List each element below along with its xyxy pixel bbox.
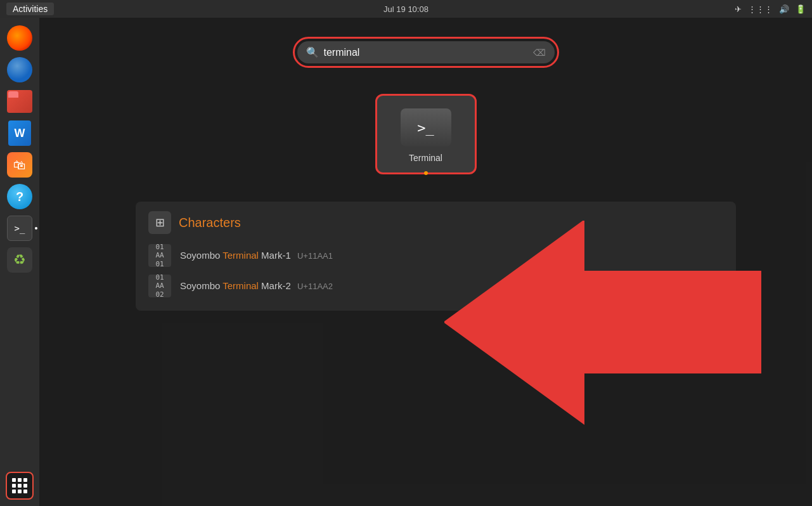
files-icon <box>7 90 32 113</box>
battery-icon: 🔋 <box>796 4 806 14</box>
search-input[interactable] <box>324 47 528 58</box>
sidebar-item-writer[interactable]: W <box>6 119 34 147</box>
trash-icon: ♻ <box>7 247 32 273</box>
sidebar-item-terminal[interactable]: >_ <box>6 214 34 242</box>
sidebar-item-appstore[interactable]: 🛍 <box>6 151 34 179</box>
search-bar: 🔍 ⌫ <box>297 41 555 63</box>
char-code-2: U+11AA2 <box>297 282 333 291</box>
sidebar-item-help[interactable]: ? <box>6 183 34 211</box>
grid-dots-icon <box>12 478 27 493</box>
thunderbird-icon <box>7 57 32 82</box>
char-preview-1: 01AA01 <box>148 244 171 267</box>
characters-title: Characters <box>179 216 241 230</box>
main-content: 🔍 ⌫ >_ Terminal ⊞ Characters 01AA01 Soyo… <box>39 18 812 506</box>
terminal-app-label: Terminal <box>409 153 442 163</box>
topbar: Activities Jul 19 10:08 ✈ ⋮⋮⋮ 🔊 🔋 <box>0 0 812 18</box>
characters-app-icon: ⊞ <box>148 211 171 234</box>
search-container: 🔍 ⌫ <box>293 37 559 68</box>
char-code-1: U+11AA1 <box>297 251 333 261</box>
help-icon: ? <box>7 184 32 209</box>
volume-icon: 🔊 <box>779 4 789 14</box>
char-item-2[interactable]: 01AA02 Soyombo Terminal Mark-2 U+11AA2 <box>148 271 723 301</box>
search-clear-button[interactable]: ⌫ <box>533 48 546 58</box>
topbar-status-icons: ✈ ⋮⋮⋮ 🔊 🔋 <box>735 4 806 14</box>
sidebar-item-firefox[interactable] <box>6 24 34 52</box>
show-applications-button[interactable] <box>6 472 34 500</box>
terminal-dock-icon: >_ <box>7 216 32 241</box>
activities-label: Activities <box>13 4 48 14</box>
firefox-icon <box>7 25 32 51</box>
terminal-active-dot <box>424 171 428 175</box>
airplane-icon: ✈ <box>735 4 742 14</box>
sidebar-item-files[interactable] <box>6 88 34 115</box>
search-icon: 🔍 <box>306 46 319 58</box>
sidebar-item-thunderbird[interactable] <box>6 56 34 84</box>
writer-icon: W <box>8 120 31 146</box>
char-preview-2: 01AA02 <box>148 275 171 297</box>
terminal-app-icon: >_ <box>401 108 451 146</box>
terminal-app-result[interactable]: >_ Terminal <box>375 94 477 174</box>
appstore-icon: 🛍 <box>7 152 32 178</box>
sidebar-dock: W 🛍 ? >_ ♻ <box>0 18 39 506</box>
char-name-2: Soyombo Terminal Mark-2 U+11AA2 <box>180 280 333 292</box>
characters-header: ⊞ Characters <box>148 211 723 234</box>
network-icon: ⋮⋮⋮ <box>748 4 773 14</box>
activities-button[interactable]: Activities <box>6 3 54 15</box>
search-highlight: 🔍 ⌫ <box>293 37 559 68</box>
char-item-1[interactable]: 01AA01 Soyombo Terminal Mark-1 U+11AA1 <box>148 240 723 271</box>
sidebar-item-trash[interactable]: ♻ <box>6 246 34 274</box>
characters-section: ⊞ Characters 01AA01 Soyombo Terminal Mar… <box>136 202 736 311</box>
datetime-display: Jul 19 10:08 <box>383 4 429 14</box>
char-name-1: Soyombo Terminal Mark-1 U+11AA1 <box>180 250 333 261</box>
char-results: 01AA01 Soyombo Terminal Mark-1 U+11AA1 0… <box>148 240 723 301</box>
